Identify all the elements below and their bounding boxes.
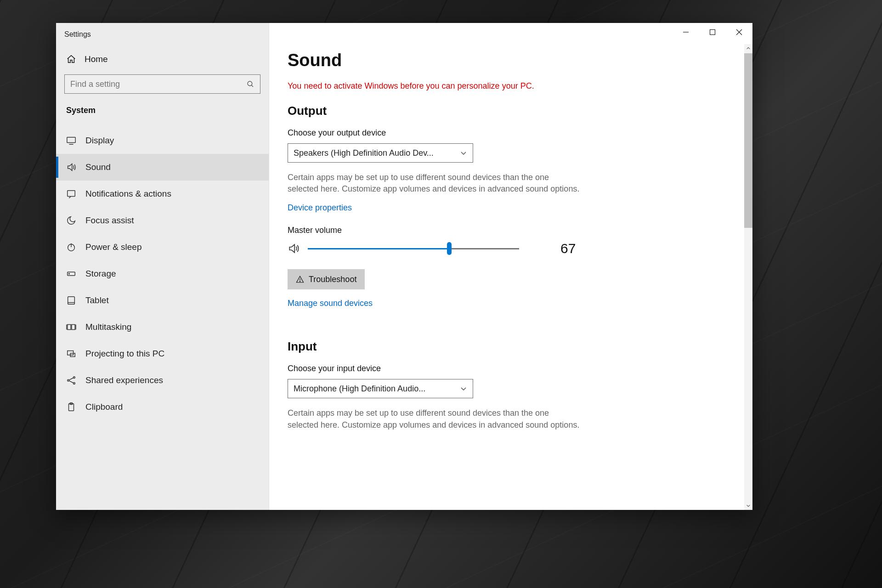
svg-rect-12 <box>72 325 75 330</box>
svg-point-19 <box>74 383 75 384</box>
troubleshoot-button[interactable]: Troubleshoot <box>288 269 365 289</box>
sidebar-item-label: Power & sleep <box>85 242 142 252</box>
svg-point-18 <box>74 377 75 379</box>
project-icon <box>66 349 76 359</box>
output-device-selected: Speakers (High Definition Audio Dev... <box>294 148 434 158</box>
display-icon <box>66 136 76 146</box>
sidebar-item-projecting[interactable]: Projecting to this PC <box>56 340 269 367</box>
svg-line-21 <box>69 381 73 383</box>
sidebar-item-label: Projecting to this PC <box>85 349 164 359</box>
search-box[interactable] <box>64 74 260 94</box>
chevron-down-icon <box>460 385 467 392</box>
search-input[interactable] <box>70 79 246 89</box>
sidebar-item-storage[interactable]: Storage <box>56 260 269 287</box>
home-icon <box>66 54 76 64</box>
svg-point-17 <box>68 379 69 381</box>
sidebar: Settings Home System Display So <box>56 23 269 510</box>
content-area: Sound You need to activate Windows befor… <box>269 44 752 510</box>
output-help-text: Certain apps may be set up to use differ… <box>288 172 582 195</box>
output-heading: Output <box>288 104 734 118</box>
sidebar-item-label: Clipboard <box>85 402 123 412</box>
clipboard-icon <box>66 402 76 412</box>
svg-rect-9 <box>68 297 75 305</box>
scrollbar-thumb[interactable] <box>744 53 752 228</box>
svg-rect-2 <box>67 137 75 143</box>
close-button[interactable] <box>726 23 752 41</box>
troubleshoot-label: Troubleshoot <box>309 275 356 284</box>
home-button[interactable]: Home <box>56 49 269 70</box>
svg-rect-11 <box>68 325 71 330</box>
chevron-down-icon <box>460 149 467 157</box>
sidebar-item-power-sleep[interactable]: Power & sleep <box>56 234 269 260</box>
scroll-down-arrow[interactable] <box>744 502 752 510</box>
master-volume-row: 67 <box>288 241 734 256</box>
sidebar-nav-list: Display Sound Notifications & actions Fo… <box>56 127 269 420</box>
maximize-button[interactable] <box>699 23 726 41</box>
sidebar-item-label: Storage <box>85 269 116 279</box>
slider-fill <box>308 248 449 249</box>
tablet-icon <box>66 295 76 305</box>
svg-point-29 <box>300 281 300 282</box>
input-device-selected: Microphone (High Definition Audio... <box>294 384 425 394</box>
svg-point-0 <box>248 81 252 86</box>
sidebar-item-label: Notifications & actions <box>85 189 171 199</box>
multitasking-icon <box>66 322 76 332</box>
sidebar-category: System <box>56 102 269 127</box>
svg-line-20 <box>69 378 73 380</box>
input-device-label: Choose your input device <box>288 364 734 373</box>
device-properties-link[interactable]: Device properties <box>288 203 352 213</box>
svg-rect-25 <box>710 30 715 35</box>
minimize-button[interactable] <box>673 23 699 41</box>
sidebar-item-label: Sound <box>85 162 111 172</box>
volume-icon[interactable] <box>288 243 300 254</box>
window-title: Settings <box>56 27 269 49</box>
vertical-scrollbar[interactable] <box>744 44 752 510</box>
power-icon <box>66 242 76 252</box>
sidebar-item-label: Multitasking <box>85 322 131 332</box>
scroll-up-arrow[interactable] <box>744 44 752 52</box>
titlebar <box>269 23 752 44</box>
sidebar-item-tablet[interactable]: Tablet <box>56 287 269 314</box>
sidebar-item-display[interactable]: Display <box>56 127 269 154</box>
sidebar-item-clipboard[interactable]: Clipboard <box>56 394 269 420</box>
share-icon <box>66 375 76 385</box>
svg-point-8 <box>69 273 70 274</box>
master-volume-slider[interactable] <box>308 248 519 249</box>
sidebar-item-label: Focus assist <box>85 215 134 226</box>
sidebar-item-shared-experiences[interactable]: Shared experiences <box>56 367 269 394</box>
sidebar-item-label: Tablet <box>85 295 109 305</box>
activation-warning: You need to activate Windows before you … <box>288 81 734 91</box>
svg-rect-4 <box>68 191 75 197</box>
settings-window: Settings Home System Display So <box>56 23 752 510</box>
warning-icon <box>296 275 304 283</box>
search-container <box>56 70 269 102</box>
sidebar-item-label: Shared experiences <box>85 375 163 385</box>
manage-sound-devices-link[interactable]: Manage sound devices <box>288 299 373 308</box>
sidebar-item-focus-assist[interactable]: Focus assist <box>56 207 269 234</box>
input-heading: Input <box>288 339 734 354</box>
master-volume-value: 67 <box>560 241 576 256</box>
slider-thumb[interactable] <box>447 242 452 255</box>
page-title: Sound <box>288 51 734 70</box>
sidebar-item-label: Display <box>85 136 114 146</box>
input-device-dropdown[interactable]: Microphone (High Definition Audio... <box>288 379 473 398</box>
svg-line-1 <box>251 85 253 87</box>
sidebar-item-notifications[interactable]: Notifications & actions <box>56 181 269 207</box>
sidebar-item-multitasking[interactable]: Multitasking <box>56 314 269 340</box>
input-help-text: Certain apps may be set up to use differ… <box>288 407 582 430</box>
sound-icon <box>66 162 76 172</box>
master-volume-label: Master volume <box>288 226 734 235</box>
main-panel: Sound You need to activate Windows befor… <box>269 23 752 510</box>
notifications-icon <box>66 189 76 199</box>
storage-icon <box>66 269 76 279</box>
moon-icon <box>66 215 76 226</box>
home-label: Home <box>85 54 108 64</box>
output-device-dropdown[interactable]: Speakers (High Definition Audio Dev... <box>288 143 473 163</box>
search-icon <box>246 80 254 88</box>
output-device-label: Choose your output device <box>288 128 734 138</box>
sidebar-item-sound[interactable]: Sound <box>56 154 269 181</box>
